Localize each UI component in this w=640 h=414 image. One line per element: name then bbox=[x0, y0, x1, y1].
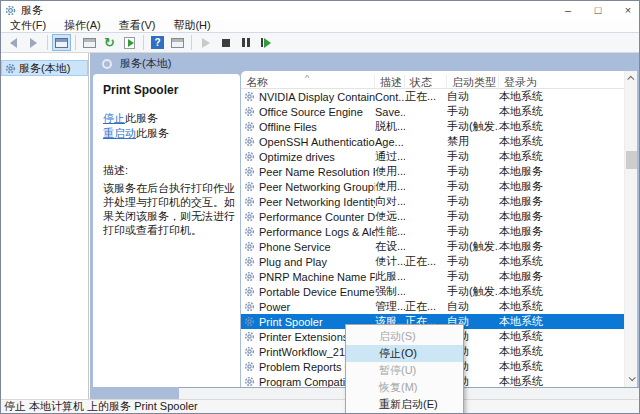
service-gear-icon bbox=[244, 121, 255, 132]
service-gear-icon bbox=[244, 241, 255, 252]
restart-link-suffix: 此服务 bbox=[136, 127, 169, 139]
menu-view[interactable]: 查看(V) bbox=[110, 18, 165, 33]
service-description: 使用... bbox=[375, 164, 405, 179]
service-name: Optimize drives bbox=[259, 151, 335, 163]
column-header-logon-as[interactable]: 登录为 bbox=[499, 75, 624, 88]
show-console-tree-button[interactable] bbox=[52, 34, 71, 51]
service-description: 使用... bbox=[375, 179, 405, 194]
start-service-button[interactable] bbox=[196, 34, 215, 51]
service-name: Office Source Engine bbox=[259, 106, 363, 118]
service-logon-as: 本地服务 bbox=[499, 194, 624, 209]
service-name: NVIDIA Display Containe... bbox=[259, 91, 375, 103]
service-name: Offline Files bbox=[259, 121, 317, 133]
context-menu-item: 暂停(U) bbox=[346, 362, 463, 379]
export-list-button[interactable] bbox=[120, 34, 139, 51]
service-gear-icon bbox=[244, 151, 255, 162]
service-startup-type: 手动 bbox=[447, 269, 499, 284]
service-description: 脱机... bbox=[375, 119, 405, 134]
tree-item-label: 服务(本地) bbox=[19, 61, 70, 76]
minimize-button[interactable]: – bbox=[561, 4, 575, 16]
description-text: 该服务在后台执行打印作业并处理与打印机的交互。如果关闭该服务，则无法进行打印或查… bbox=[103, 181, 237, 237]
console-tree-pane: 服务(本地) bbox=[1, 53, 89, 401]
service-startup-type: 自动 bbox=[447, 299, 499, 314]
column-header-startup-type[interactable]: 启动类型 bbox=[447, 75, 499, 88]
service-startup-type: 手动(触发... bbox=[447, 239, 499, 254]
chevron-up-icon bbox=[627, 76, 634, 83]
show-window-button[interactable] bbox=[80, 34, 99, 51]
services-gear-icon bbox=[5, 63, 16, 74]
stop-service-button[interactable] bbox=[216, 34, 235, 51]
service-startup-type: 手动 bbox=[447, 224, 499, 239]
service-logon-as: 本地服务 bbox=[499, 239, 624, 254]
service-description: Age... bbox=[375, 136, 405, 148]
service-gear-icon bbox=[244, 376, 255, 387]
service-logon-as: 本地系统 bbox=[499, 254, 624, 269]
service-gear-icon bbox=[244, 226, 255, 237]
service-logon-as: 本地系统 bbox=[499, 329, 624, 344]
menu-help[interactable]: 帮助(H) bbox=[164, 18, 219, 33]
service-row[interactable]: NVIDIA Display Containe... Cont... 正在...… bbox=[241, 89, 624, 104]
context-menu-item[interactable]: 停止(O) bbox=[346, 345, 463, 362]
service-gear-icon bbox=[244, 286, 255, 297]
service-row[interactable]: Performance Counter DL... 使远... 手动 本地服务 bbox=[241, 209, 624, 224]
service-row[interactable]: Phone Service 在设... 手动(触发... 本地服务 bbox=[241, 239, 624, 254]
service-row[interactable]: OpenSSH Authentication ... Age... 禁用 本地系… bbox=[241, 134, 624, 149]
refresh-icon: ↻ bbox=[104, 36, 115, 49]
scrollbar-thumb[interactable] bbox=[626, 151, 637, 169]
service-description: 使远... bbox=[375, 209, 405, 224]
vertical-scrollbar[interactable] bbox=[624, 71, 637, 387]
service-row[interactable]: Plug and Play 使计... 正在... 手动 本地系统 bbox=[241, 254, 624, 269]
service-row[interactable]: Portable Device Enumera... 强制... 手动(触发..… bbox=[241, 284, 624, 299]
restart-service-button[interactable] bbox=[256, 34, 275, 51]
forward-button[interactable] bbox=[24, 34, 43, 51]
service-row[interactable]: Office Source Engine Save... 手动 本地系统 bbox=[241, 104, 624, 119]
forward-arrow-icon bbox=[30, 38, 37, 48]
column-header-status[interactable]: 状态 bbox=[405, 75, 447, 88]
service-row[interactable]: Performance Logs & Aler... 性能... 手动 本地服务 bbox=[241, 224, 624, 239]
restart-service-link-line: 重启动此服务 bbox=[103, 126, 232, 141]
show-action-pane-button[interactable] bbox=[168, 34, 187, 51]
context-menu: 启动(S)停止(O)暂停(U)恢复(M)重新启动(E) bbox=[345, 324, 464, 414]
close-button[interactable]: × bbox=[621, 4, 635, 16]
service-row[interactable]: Peer Name Resolution Pr... 使用... 手动 本地服务 bbox=[241, 164, 624, 179]
service-row[interactable]: Peer Networking Identity... 向对... 手动 本地服… bbox=[241, 194, 624, 209]
service-description: 此服... bbox=[375, 269, 405, 284]
scroll-down-button[interactable] bbox=[625, 372, 637, 385]
description-label: 描述: bbox=[103, 163, 232, 178]
service-row[interactable]: Optimize drives 通过... 手动 本地系统 bbox=[241, 149, 624, 164]
service-description: 通过... bbox=[375, 149, 405, 164]
service-gear-icon bbox=[244, 301, 255, 312]
column-header-name[interactable]: 名称^ bbox=[241, 75, 375, 88]
menu-file[interactable]: 文件(F) bbox=[1, 18, 55, 33]
refresh-button[interactable]: ↻ bbox=[100, 34, 119, 51]
scroll-up-button[interactable] bbox=[625, 72, 637, 85]
service-logon-as: 本地系统 bbox=[499, 359, 624, 374]
service-startup-type: 手动(触发... bbox=[447, 119, 499, 134]
stop-service-link[interactable]: 停止 bbox=[103, 112, 125, 124]
service-row[interactable]: PNRP Machine Name Pu... 此服... 手动 本地服务 bbox=[241, 269, 624, 284]
service-startup-type: 自动 bbox=[447, 89, 499, 104]
service-name: OpenSSH Authentication ... bbox=[259, 136, 375, 148]
service-row[interactable]: Peer Networking Groupi... 使用... 手动 本地服务 bbox=[241, 179, 624, 194]
service-gear-icon bbox=[244, 316, 255, 327]
back-button[interactable] bbox=[4, 34, 23, 51]
help-button[interactable]: ? bbox=[148, 34, 167, 51]
service-gear-icon bbox=[244, 271, 255, 282]
service-row[interactable]: Offline Files 脱机... 手动(触发... 本地系统 bbox=[241, 119, 624, 134]
maximize-button[interactable]: □ bbox=[591, 4, 605, 16]
service-name: Phone Service bbox=[259, 241, 331, 253]
title-bar: 服务 – □ × bbox=[1, 1, 639, 19]
service-startup-type: 手动(触发... bbox=[447, 284, 499, 299]
restart-service-link[interactable]: 重启动 bbox=[103, 127, 136, 139]
context-menu-item[interactable]: 重新启动(E) bbox=[346, 396, 463, 413]
menu-action[interactable]: 操作(A) bbox=[55, 18, 110, 33]
column-header-description[interactable]: 描述 bbox=[375, 75, 405, 88]
menu-bar: 文件(F) 操作(A) 查看(V) 帮助(H) bbox=[1, 19, 639, 32]
toolbar-separator bbox=[47, 35, 48, 50]
service-name: Peer Networking Identity... bbox=[259, 196, 375, 208]
service-startup-type: 手动 bbox=[447, 104, 499, 119]
tree-item-services-local[interactable]: 服务(本地) bbox=[1, 60, 88, 76]
service-row[interactable]: Power 管理... 正在... 自动 本地系统 bbox=[241, 299, 624, 314]
pause-service-button[interactable] bbox=[236, 34, 255, 51]
service-gear-icon bbox=[244, 331, 255, 342]
